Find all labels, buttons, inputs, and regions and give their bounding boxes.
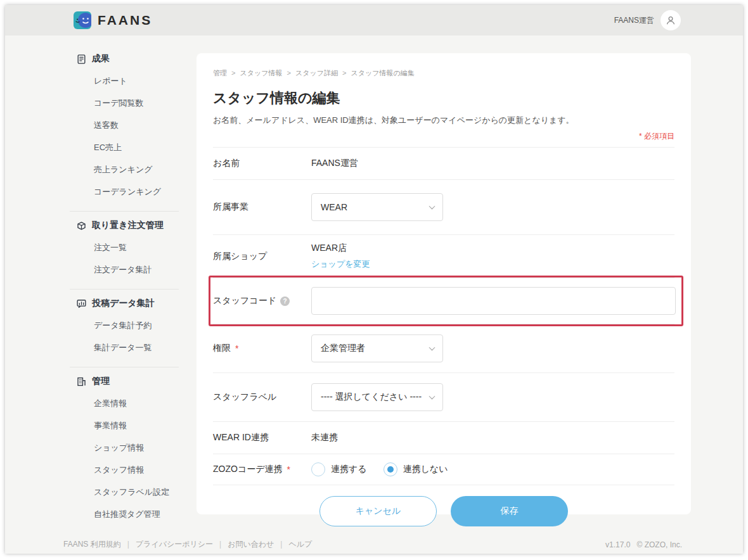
form-actions: キャンセル 保存 <box>213 485 674 535</box>
change-shop-link[interactable]: ショップを変更 <box>311 258 674 270</box>
footer-link-terms[interactable]: FAANS 利用規約 <box>63 540 121 549</box>
chevron-down-icon <box>429 203 435 210</box>
footer-link-help[interactable]: ヘルプ <box>288 540 312 549</box>
wear-id-label: WEAR ID連携 <box>213 432 311 443</box>
sidebar-item-sales-ranking[interactable]: 売上ランキング <box>76 158 197 181</box>
breadcrumb-separator: > <box>287 69 290 77</box>
sidebar-item-referrals[interactable]: 送客数 <box>76 114 197 136</box>
business-select[interactable]: WEAR <box>311 193 443 221</box>
sidebar-section-reserve-orders[interactable]: 取り置き注文管理 <box>76 220 197 231</box>
package-icon <box>76 220 87 231</box>
footer-separator: | <box>280 540 282 549</box>
breadcrumb-item: スタッフ情報の編集 <box>351 69 414 77</box>
permission-label: 権限 <box>213 343 231 354</box>
page-title: スタッフ情報の編集 <box>213 89 674 108</box>
sidebar-section-post-data[interactable]: 投稿データ集計 <box>76 298 197 309</box>
footer-separator: | <box>219 540 221 549</box>
footer-separator: | <box>127 540 129 549</box>
sidebar-item-coordinate-views[interactable]: コーデ閲覧数 <box>76 92 197 114</box>
footer-link-contact[interactable]: お問い合わせ <box>228 540 274 549</box>
form-row-shop: 所属ショップ WEAR店 ショップを変更 <box>213 234 674 277</box>
app-version: v1.17.0 <box>605 540 630 549</box>
form-row-business: 所属事業 WEAR <box>213 179 674 234</box>
breadcrumb-item[interactable]: 管理 <box>213 69 227 77</box>
breadcrumb-separator: > <box>342 69 346 77</box>
breadcrumb-item[interactable]: スタッフ情報 <box>240 69 282 77</box>
sidebar-item-aggregated-data-list[interactable]: 集計データ一覧 <box>76 336 197 359</box>
sidebar-item-coordinate-ranking[interactable]: コーデランキング <box>76 181 197 203</box>
required-note: * 必須項目 <box>213 131 674 142</box>
radio-option-link[interactable]: 連携する <box>311 462 367 476</box>
user-menu[interactable]: FAANS運営 <box>614 10 681 30</box>
zozo-coordinate-radio-group: 連携する 連携しない <box>311 462 674 476</box>
sidebar-item-ec-sales[interactable]: EC売上 <box>76 136 197 158</box>
logo-text: FAANS <box>98 13 152 28</box>
breadcrumb: 管理>スタッフ情報>スタッフ詳細>スタッフ情報の編集 <box>213 68 674 78</box>
copyright: © ZOZO, Inc. <box>636 540 682 549</box>
cancel-button[interactable]: キャンセル <box>319 496 437 526</box>
form-row-staff-label: スタッフラベル ---- 選択してください ---- <box>213 372 674 421</box>
required-marker: * <box>287 464 290 474</box>
footer-link-privacy-policy[interactable]: プライバシーポリシー <box>136 540 213 549</box>
sidebar-item-report[interactable]: レポート <box>76 70 197 92</box>
sidebar-item-staff-label-settings[interactable]: スタッフラベル設定 <box>76 481 197 503</box>
save-button[interactable]: 保存 <box>451 496 568 526</box>
sidebar-item-staff-info[interactable]: スタッフ情報 <box>76 459 197 481</box>
report-icon <box>76 54 87 65</box>
business-label: 所属事業 <box>213 201 311 213</box>
sidebar-item-order-data-aggregation[interactable]: 注文データ集計 <box>76 258 197 281</box>
sidebar-item-data-aggregation-reservation[interactable]: データ集計予約 <box>76 314 197 336</box>
zozo-coordinate-label: ZOZOコーデ連携 <box>213 464 283 475</box>
form-row-permission: 権限* 企業管理者 <box>213 324 674 372</box>
footer-version-area: v1.17.0 © ZOZO, Inc. <box>605 540 682 549</box>
wear-id-value: 未連携 <box>311 432 674 443</box>
sidebar-item-company-info[interactable]: 企業情報 <box>76 392 197 414</box>
radio-unchecked-icon[interactable] <box>311 462 325 476</box>
staff-label-label: スタッフラベル <box>213 391 311 403</box>
sidebar-item-business-info[interactable]: 事業情報 <box>76 414 197 436</box>
sidebar-section-results[interactable]: 成果 <box>76 53 197 65</box>
name-value: FAANS運営 <box>311 158 674 169</box>
staff-code-input[interactable] <box>311 287 676 315</box>
form-row-name: お名前 FAANS運営 <box>213 147 674 179</box>
sidebar-divider <box>70 289 179 290</box>
shop-value: WEAR店 <box>311 243 674 254</box>
top-bar: FAANS FAANS運営 <box>5 5 743 35</box>
form-row-staff-code: スタッフコード <box>213 277 674 324</box>
help-icon[interactable] <box>280 296 290 306</box>
footer: FAANS 利用規約|プライバシーポリシー|お問い合わせ|ヘルプ v1.17.0… <box>5 539 743 550</box>
shop-label: 所属ショップ <box>213 251 311 262</box>
post-data-icon <box>76 298 87 309</box>
sidebar-divider <box>70 211 179 212</box>
sidebar-item-recommended-tag-management[interactable]: 自社推奨タグ管理 <box>76 503 197 525</box>
name-label: お名前 <box>213 158 311 169</box>
page-description: お名前、メールアドレス、WEAR ID連携は、対象ユーザーのマイページからの更新… <box>213 115 674 126</box>
staff-code-label: スタッフコード <box>213 295 276 307</box>
required-marker: * <box>235 343 238 353</box>
faans-logo-icon <box>74 11 91 29</box>
chevron-down-icon <box>429 393 435 400</box>
sidebar-section-admin[interactable]: 管理 <box>76 376 197 387</box>
staff-label-select[interactable]: ---- 選択してください ---- <box>311 383 443 411</box>
breadcrumb-item[interactable]: スタッフ詳細 <box>295 69 338 77</box>
content-card: 管理>スタッフ情報>スタッフ詳細>スタッフ情報の編集 スタッフ情報の編集 お名前… <box>197 53 691 514</box>
breadcrumb-separator: > <box>231 69 235 77</box>
sidebar-divider <box>70 367 179 367</box>
form-row-zozo-coordinate: ZOZOコーデ連携* 連携する 連携しない <box>213 454 674 485</box>
faans-logo[interactable]: FAANS <box>74 11 152 29</box>
user-avatar[interactable] <box>661 10 681 30</box>
user-name: FAANS運営 <box>614 15 654 26</box>
sidebar-item-order-list[interactable]: 注文一覧 <box>76 236 197 258</box>
sidebar: 成果 レポート コーデ閲覧数 送客数 EC売上 売上ランキング コーデランキング… <box>5 35 197 525</box>
page-frame: FAANS FAANS運営 成果 レポート コーデ閲覧数 <box>5 5 743 554</box>
form-row-wear-id: WEAR ID連携 未連携 <box>213 421 674 454</box>
footer-links: FAANS 利用規約|プライバシーポリシー|お問い合わせ|ヘルプ <box>63 539 312 550</box>
radio-checked-icon[interactable] <box>384 462 397 476</box>
permission-select[interactable]: 企業管理者 <box>311 334 443 362</box>
building-icon <box>76 376 87 387</box>
person-icon <box>664 14 677 27</box>
chevron-down-icon <box>429 345 435 351</box>
radio-option-no-link[interactable]: 連携しない <box>384 462 448 476</box>
sidebar-item-shop-info[interactable]: ショップ情報 <box>76 436 197 459</box>
